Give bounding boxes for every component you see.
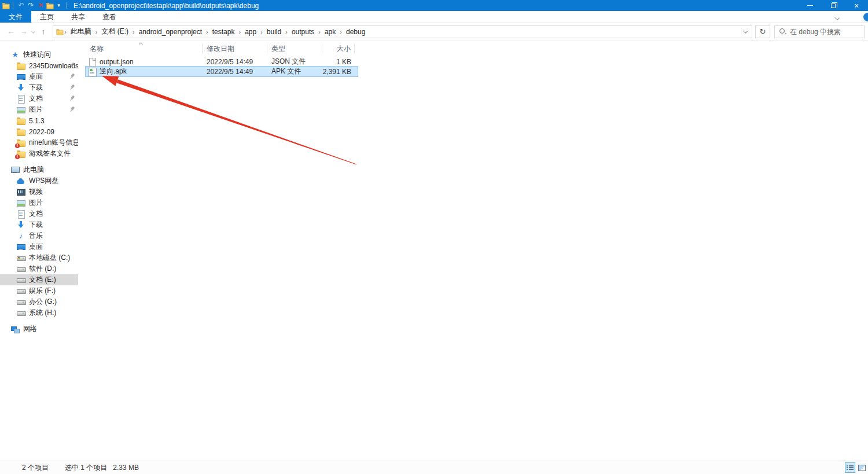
help-icon[interactable]: [863, 13, 868, 21]
restore-icon: [831, 3, 836, 8]
sidebar-item-513[interactable]: 5.1.3: [0, 115, 78, 126]
drive-windows-icon: [17, 254, 25, 262]
column-header-modified[interactable]: 修改日期: [203, 43, 267, 54]
file-row-output-json[interactable]: output.json 2022/9/5 14:49 JSON 文件 1 KB: [86, 57, 358, 67]
download-icon: [17, 84, 25, 92]
file-list-pane: 名称 修改日期 类型 大小 output.json 2022/9/5 14:49…: [78, 41, 868, 461]
folder-error-icon: !: [17, 150, 25, 158]
sidebar-item-drive-f[interactable]: 娱乐 (F:): [0, 285, 78, 296]
minimize-button[interactable]: [799, 0, 822, 11]
sidebar-item-2345downloads[interactable]: 2345Downloads: [0, 60, 78, 71]
music-icon: ♪: [17, 232, 25, 240]
pictures-icon: [17, 199, 25, 207]
close-icon: ×: [854, 2, 859, 10]
cloud-icon: [17, 177, 25, 185]
main-area: ★ 快速访问 2345Downloads 桌面 下载 文档: [0, 41, 868, 461]
drive-icon: [17, 309, 25, 317]
sidebar-item-game-signature-files[interactable]: ! 游戏签名文件: [0, 148, 78, 159]
search-input[interactable]: [790, 28, 860, 36]
sidebar-item-drive-d[interactable]: 软件 (D:): [0, 263, 78, 274]
address-dropdown-chevron-icon[interactable]: [741, 28, 749, 36]
pictures-icon: [17, 106, 25, 114]
column-headers: 名称 修改日期 类型 大小: [86, 42, 362, 54]
delete-x-icon[interactable]: ✕: [36, 1, 46, 10]
address-folder-icon: [56, 28, 62, 35]
tab-file[interactable]: 文件: [0, 11, 31, 23]
pin-icon: [68, 105, 76, 114]
column-header-type[interactable]: 类型: [267, 43, 322, 54]
restore-button[interactable]: [822, 0, 845, 11]
tab-view[interactable]: 查看: [94, 11, 125, 23]
sidebar-item-pictures[interactable]: 图片: [0, 197, 78, 208]
address-bar: ← → ↑ › 此电脑 › 文档 (E:) › android_openproj…: [0, 23, 868, 41]
sidebar-item-videos[interactable]: 视频: [0, 186, 78, 197]
file-modified: 2022/9/5 14:49: [203, 58, 267, 66]
back-button[interactable]: ←: [5, 27, 17, 36]
sidebar-item-desktop-pinned[interactable]: 桌面: [0, 71, 78, 82]
sidebar-item-drive-c[interactable]: 本地磁盘 (C:): [0, 252, 78, 263]
videos-icon: [17, 188, 25, 196]
column-header-size[interactable]: 大小: [322, 43, 355, 54]
redo-arrow-icon[interactable]: ↷: [26, 1, 36, 10]
sidebar-item-2022-09[interactable]: 2022-09: [0, 126, 78, 137]
thumbnails-view-button[interactable]: [856, 462, 867, 473]
breadcrumb-app[interactable]: app: [241, 28, 260, 36]
drive-icon: [17, 265, 25, 273]
window-controls: ×: [799, 0, 868, 11]
breadcrumb-drive-e[interactable]: 文档 (E:): [98, 27, 132, 36]
close-button[interactable]: ×: [845, 0, 868, 11]
file-type: APK 文件: [267, 67, 322, 76]
breadcrumb-build[interactable]: build: [263, 28, 285, 36]
sidebar-item-documents-pinned[interactable]: 文档: [0, 93, 78, 104]
pin-icon: [68, 72, 76, 81]
sidebar-item-network[interactable]: 网络: [0, 324, 78, 335]
new-folder-icon[interactable]: [46, 2, 53, 9]
sidebar-item-drive-e[interactable]: 文档 (E:): [0, 274, 78, 285]
sidebar-item-ninefun-account[interactable]: ! ninefun账号信息: [0, 137, 78, 148]
window-title: E:\android_openproject\testapk\app\build…: [73, 2, 259, 10]
breadcrumb-this-pc[interactable]: 此电脑: [67, 27, 95, 36]
recent-locations-chevron-icon[interactable]: [30, 28, 37, 35]
up-button[interactable]: ↑: [37, 27, 50, 36]
refresh-icon: ↻: [760, 27, 766, 36]
tab-share[interactable]: 共享: [62, 11, 94, 23]
breadcrumb-debug[interactable]: debug: [343, 28, 369, 36]
sidebar-item-this-pc[interactable]: 此电脑: [0, 164, 78, 175]
navigation-pane: ★ 快速访问 2345Downloads 桌面 下载 文档: [0, 41, 78, 461]
folder-icon[interactable]: [2, 2, 9, 9]
quick-access-toolbar-dropdown-icon[interactable]: ▾: [54, 1, 64, 10]
sidebar-item-wps-cloud[interactable]: WPS网盘: [0, 175, 78, 186]
sidebar-gap: [0, 318, 78, 324]
breadcrumb-android-openproject[interactable]: android_openproject: [135, 28, 205, 36]
undo-arrow-icon[interactable]: ↶: [16, 1, 26, 10]
sidebar-item-drive-g[interactable]: 办公 (G:): [0, 296, 78, 307]
drive-icon: [17, 298, 25, 306]
breadcrumb-outputs[interactable]: outputs: [288, 28, 318, 36]
sidebar-item-music[interactable]: ♪ 音乐: [0, 230, 78, 241]
sidebar-item-desktop[interactable]: 桌面: [0, 241, 78, 252]
details-view-button[interactable]: [845, 462, 855, 473]
file-row-apk-selected[interactable]: 逆向.apk 2022/9/5 14:49 APK 文件 2,391 KB: [86, 67, 358, 76]
column-header-name[interactable]: 名称: [86, 43, 203, 54]
forward-button[interactable]: →: [17, 27, 30, 36]
refresh-button[interactable]: ↻: [755, 25, 770, 38]
quick-access-star-icon: ★: [11, 51, 19, 59]
expand-ribbon-chevron-icon[interactable]: [834, 15, 840, 20]
sidebar-item-downloads-pinned[interactable]: 下载: [0, 82, 78, 93]
breadcrumb-testapk[interactable]: testapk: [209, 28, 238, 36]
file-modified: 2022/9/5 14:49: [203, 68, 267, 76]
folder-icon: [17, 128, 25, 136]
sidebar-item-pictures-pinned[interactable]: 图片: [0, 104, 78, 115]
pin-icon: [68, 83, 76, 92]
search-box: [774, 25, 865, 38]
view-toggle-buttons: [845, 462, 867, 473]
sidebar-item-quick-access[interactable]: ★ 快速访问: [0, 49, 78, 60]
sidebar-item-documents[interactable]: 文档: [0, 208, 78, 219]
selected-size: 2.33 MB: [113, 464, 139, 472]
breadcrumb-apk[interactable]: apk: [321, 28, 339, 36]
tab-home[interactable]: 主页: [31, 11, 62, 23]
titlebar-separator: [67, 2, 67, 9]
sidebar-item-downloads[interactable]: 下载: [0, 219, 78, 230]
sidebar-item-drive-h[interactable]: 系统 (H:): [0, 307, 78, 318]
titlebar: ↶ ↷ ✕ ▾ E:\android_openproject\testapk\a…: [0, 0, 868, 11]
